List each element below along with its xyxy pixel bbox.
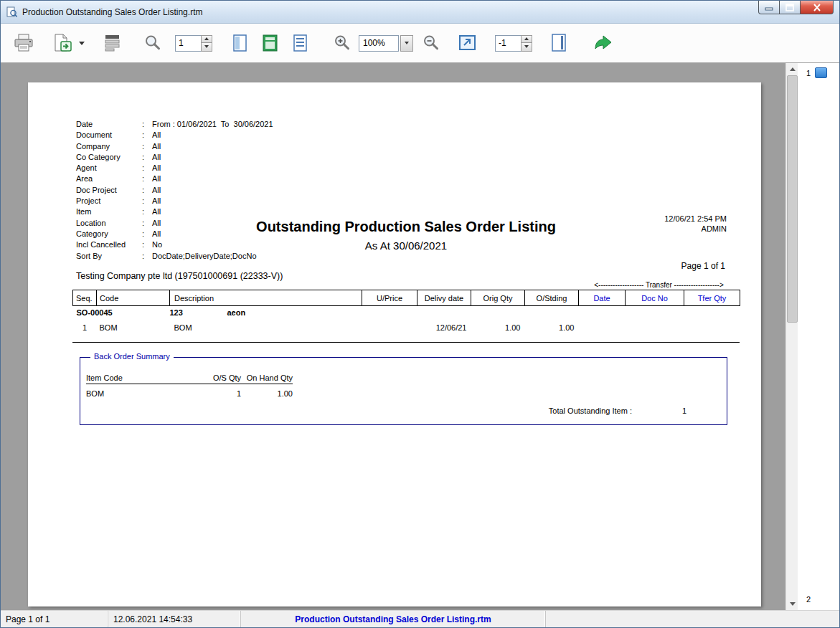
page-info: Page 1 of 1 [681,261,725,271]
filter-colon: : [142,152,152,163]
filter-value: All [152,173,161,184]
summary-header-row: Item Code O/S Qty On Hand Qty [86,374,293,384]
view-whole-page-button[interactable] [228,32,251,54]
printed-by: ADMIN [664,224,727,234]
close-button[interactable] [801,1,834,14]
report-tree-button[interactable] [102,32,123,54]
full-screen-button[interactable] [456,32,479,54]
page-rail-number: 1 [806,69,811,77]
vertical-scrollbar[interactable] [785,63,798,610]
group-row: SO-00045 123 aeon [73,306,740,320]
col-header-orig-qty: Orig Qty [471,290,525,306]
filter-colon: : [142,130,152,141]
triangle-up-icon [790,67,796,71]
copies-input[interactable] [495,35,521,52]
triangle-up-icon [524,37,529,40]
filter-value: From : 01/06/2021 To 30/06/2021 [152,119,273,130]
filter-label: Date [76,119,142,130]
chevron-down-icon [79,42,85,45]
triangle-down-icon [524,45,529,48]
filter-colon: : [142,251,152,262]
toolbar [1,24,839,63]
print-button[interactable] [11,32,37,54]
filter-value: All [152,206,161,217]
filter-label: Company [76,141,142,152]
col-header-outstanding: O/Stding [525,290,579,306]
search-button[interactable] [142,32,164,54]
page-number-up-button[interactable] [201,35,212,44]
scrollbar-thumb[interactable] [787,75,798,323]
filter-label: Document [76,130,142,141]
export-button[interactable] [51,32,74,54]
cell-description: BOM [170,320,362,335]
zoom-in-button[interactable] [331,32,353,54]
cell-uprice [362,320,417,335]
page-setup-button[interactable] [548,32,570,54]
page-rail-item-1[interactable]: 1 [806,67,827,78]
filter-label: Sort By [76,251,142,262]
table-header-row: Seq. Code Description U/Price Delivy dat… [73,290,740,306]
back-order-summary-title: Back Order Summary [90,352,174,361]
filter-colon: : [142,163,152,173]
filter-value: All [152,141,161,152]
col-header-code: Code [97,290,170,306]
filter-label: Area [76,173,142,184]
zoom-out-button[interactable] [420,32,442,54]
col-header-description: Description [170,290,362,306]
filter-value: All [152,130,161,141]
page-number-input[interactable] [175,35,201,52]
view-page-width-button[interactable] [258,32,281,54]
back-order-summary-table: Item Code O/S Qty On Hand Qty BOM 1 1.00 [86,374,293,398]
cell-code: BOM [97,320,170,335]
green-arrow-icon [593,34,614,52]
report-table: Seq. Code Description U/Price Delivy dat… [72,290,740,335]
filter-value: All [152,152,161,163]
cell-transfer-date [579,320,626,335]
zoom-dropdown-button[interactable] [400,35,413,52]
export-dropdown-button[interactable] [75,40,86,47]
scroll-down-button[interactable] [786,598,798,610]
zoom-level-input[interactable] [359,35,399,52]
triangle-down-icon [790,602,796,606]
summary-total-value: 1 [632,406,686,415]
cell-tfer-qty [684,320,740,335]
page-number-down-button[interactable] [201,43,212,52]
whole-page-icon [230,33,250,53]
filter-value: All [152,163,161,173]
detail-row: 1 BOM BOM 12/06/21 1.00 1.00 [73,320,740,335]
col-header-delivery-date: Delivy date [417,290,471,306]
printed-datetime: 12/06/21 2:54 PM [664,214,727,224]
status-bar: Page 1 of 1 12.06.2021 14:54:33 Producti… [1,610,839,627]
scroll-up-button[interactable] [786,63,798,75]
col-header-uprice: U/Price [362,290,417,306]
filter-colon: : [142,185,152,196]
chevron-down-icon [405,42,409,44]
filter-row: Date:From : 01/06/2021 To 30/06/2021 [76,119,273,130]
page-rail-item-2[interactable]: 2 [806,595,811,604]
group-code: 123 [170,308,183,317]
company-name: Testing Company pte ltd (197501000691 (2… [76,271,283,281]
printer-icon [12,33,35,53]
maximize-button[interactable] [780,1,801,14]
minimize-button[interactable] [758,1,780,14]
window-title: Production Outstanding Sales Order Listi… [22,7,202,17]
current-page-marker-icon[interactable] [815,67,827,78]
copies-up-button[interactable] [521,35,532,44]
copies-down-button[interactable] [521,43,532,52]
app-icon [6,6,18,18]
triangle-down-icon [204,45,209,48]
group-doc-no: SO-00045 [77,308,113,317]
view-normal-button[interactable] [288,32,311,54]
quick-export-button[interactable] [591,32,615,54]
cell-outstanding: 1.00 [525,320,579,335]
filter-colon: : [142,141,152,152]
filter-value: All [152,185,161,196]
filter-colon: : [142,119,152,130]
summary-col-on-hand-qty: On Hand Qty [241,374,293,384]
report-subtitle: As At 30/06/2021 [72,239,740,252]
titlebar: Production Outstanding Sales Order Listi… [1,1,839,24]
filter-row: Document:All [76,130,273,141]
page-number-spinner [175,35,212,52]
filter-row: Item:All [76,206,273,217]
filter-row: Project:All [76,196,273,206]
